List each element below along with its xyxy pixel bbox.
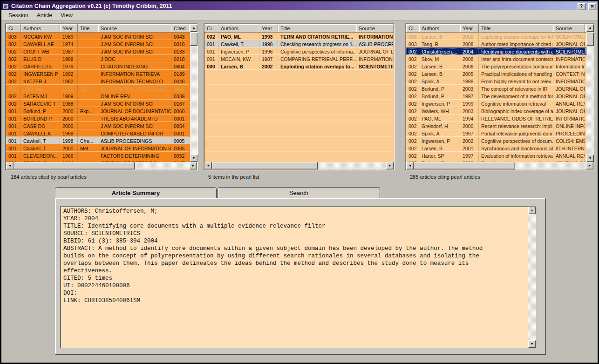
column-header-ci[interactable]: Ci... [204, 24, 218, 33]
table-row[interactable]: 002BATES MJ1989ONLINE REV0339 [6, 92, 190, 100]
column-header-authors[interactable]: Authors [419, 24, 460, 33]
table-row[interactable]: 002Ingwersen, P2002Cognitive perspective… [406, 137, 586, 144]
table-body[interactable]: 003Larsen, B2002Exploiting citation over… [406, 33, 586, 162]
scroll-up-icon[interactable]: ▲ [586, 24, 594, 32]
vertical-scrollbar[interactable]: ▲ ▼ [528, 207, 536, 348]
scroll-left-icon[interactable]: ◄ [406, 162, 414, 169]
scrollbar-track[interactable] [14, 162, 190, 169]
scroll-right-icon[interactable]: ► [190, 162, 197, 169]
table-row[interactable]: 001CASE DO2000J AM SOC INFORM SCI0054 [6, 122, 190, 129]
table-row[interactable]: 002Harter, SP1997Evaluation of informati… [406, 152, 586, 159]
close-button[interactable]: ✕ [588, 3, 596, 10]
table-row[interactable]: 002PAO, ML1993TER...INFORMATION PROCESSI… [6, 85, 190, 92]
column-header-ci[interactable]: Ci... [406, 24, 419, 33]
table-row[interactable]: 002Christoffersen,...2004Identifying cor… [406, 47, 586, 55]
article-summary-text[interactable]: AUTHORS: Christoffersen, M; YEAR: 2004 T… [61, 207, 528, 348]
table-row[interactable]: 001CLEVERDON...1966FACTORS DETERMINING00… [6, 152, 190, 159]
scrollbar-thumb[interactable] [190, 33, 197, 46]
table-row[interactable]: 001Cawkell, T1998Checking research progr… [204, 40, 394, 47]
table-row[interactable]: 001Cawkell, T2000Met...JOURNAL OF INFORM… [6, 144, 190, 152]
scroll-down-icon[interactable]: ▼ [586, 155, 594, 162]
scrollbar-thumb[interactable] [14, 162, 135, 169]
table-row[interactable]: 001Borlund, P2000Exp...JOURNAL OF DOCUME… [6, 107, 190, 115]
scrollbar-track[interactable] [586, 32, 594, 155]
table-body[interactable]: 002PAO, ML1993TERM AND CITATION RETRIE..… [204, 33, 394, 162]
cited-count-label: 184 articles cited by pearl articles [11, 174, 87, 180]
scrollbar-track[interactable] [414, 162, 586, 169]
column-header-title[interactable]: Title [479, 24, 553, 33]
title-bar[interactable]: Citation Chain Aggregation v0.21 (c) Tim… [1, 1, 598, 10]
menu-article[interactable]: Article [33, 11, 56, 20]
scrollbar-track[interactable] [212, 162, 386, 169]
table-row[interactable]: 003MCCAIN KW1989J AM SOC INFORM SCI0043 [6, 33, 190, 40]
scroll-up-icon[interactable]: ▲ [528, 207, 536, 214]
table-row[interactable]: 003Tang, R2008Author-rated importance of… [406, 40, 586, 47]
table-row[interactable]: 002Spink, A1998From highly relevant to n… [406, 77, 586, 85]
scroll-up-icon[interactable]: ▲ [190, 24, 197, 32]
scrollbar-track[interactable] [190, 32, 197, 155]
table-row[interactable]: 001MCCAIN, KW1987COMPARING RETRIEVAL PER… [204, 55, 394, 62]
table-row[interactable]: 002Skov, M2008Inter and intra-document c… [406, 55, 586, 62]
table-row[interactable]: 001BORLUND P2000THESIS ABO AKADEMI U0001 [6, 115, 190, 122]
table-row[interactable]: 001Ingwersen, P1996Cognitive perspective… [204, 47, 394, 55]
table-row[interactable]: 002CAWKELL AE1974J AM SOC INFORM SCI0018 [6, 40, 190, 47]
menu-session[interactable]: Session [4, 11, 33, 20]
table-row[interactable]: 002Borlund, P2003The concept of relevanc… [406, 85, 586, 92]
table-row[interactable]: 002Borlund, P1997The development of a me… [406, 92, 586, 100]
menu-view[interactable]: View [56, 11, 77, 20]
vertical-scrollbar[interactable]: ▲ ▼ [190, 24, 197, 162]
column-header-year[interactable]: Year [460, 24, 479, 33]
column-header-year[interactable]: Year [60, 24, 78, 33]
table-row[interactable]: 002Ingwersen, P1999Cognitive information… [406, 100, 586, 107]
table-row[interactable]: 002Larsen, B2005Practical implications o… [406, 70, 586, 77]
table-row[interactable]: 002INGWERSEN P1992INFORMATION RETRIEVA01… [6, 70, 190, 77]
column-header-authors[interactable]: Authors [218, 24, 259, 33]
column-header-source[interactable]: Source [356, 24, 394, 33]
scrollbar-thumb[interactable] [586, 33, 594, 46]
column-header-cited[interactable]: Cited [171, 24, 189, 33]
table-row[interactable]: 000Larsen, B2002Exploiting citation over… [204, 62, 394, 70]
scrollbar-thumb[interactable] [212, 162, 318, 169]
horizontal-scrollbar[interactable]: ◄ ► [6, 162, 197, 169]
scrollbar-thumb[interactable] [414, 162, 515, 169]
column-header-source[interactable]: Source [553, 24, 585, 33]
table-row[interactable]: 002GARFIELD E1979CITATION INDEXING0604 [6, 62, 190, 70]
table-body[interactable]: 003MCCAIN KW1989J AM SOC INFORM SCI00430… [6, 33, 190, 162]
scroll-left-icon[interactable]: ◄ [204, 162, 212, 169]
table-row[interactable]: 002Larsen, B2006The polyrepresentation c… [406, 62, 586, 70]
tab-search[interactable]: Search [218, 187, 380, 198]
tab-article-summary[interactable]: Article Summary [55, 187, 217, 198]
cited-articles-table: Ci...AuthorsYearTitleSourceCited 003MCCA… [5, 23, 198, 170]
column-header-source[interactable]: Source [98, 24, 171, 33]
table-row[interactable]: 002Spink, A1997Partial relevance judgmen… [406, 129, 586, 137]
scroll-down-icon[interactable]: ▼ [190, 155, 197, 162]
column-header-year[interactable]: Year [259, 24, 278, 33]
table-row[interactable]: 002ELLIS D1989J DOC0218 [6, 55, 190, 62]
scroll-left-icon[interactable]: ◄ [6, 162, 14, 169]
table-row[interactable]: 002KATZER J1982INFORMATION TECHNOLO0046 [6, 77, 190, 85]
table-row[interactable]: 002Larsen, B2001Synchronous and diachron… [406, 144, 586, 152]
help-button[interactable]: ? [578, 3, 585, 10]
table-row[interactable]: 001Cawkell, T1998Che...ASLIB PROCEEDINGS… [6, 137, 190, 144]
table-row[interactable]: 002Greisdorf, H2000Recent relevance rese… [406, 122, 586, 129]
table-row[interactable]: 002SARACEVIC T1988J AM SOC INFORM SCI016… [6, 100, 190, 107]
column-header-title[interactable]: Title [278, 24, 356, 33]
table-row[interactable]: 002Walters, WH2003Bibliographic index co… [406, 107, 586, 115]
scrollbar-track[interactable] [528, 214, 536, 340]
table-cell: Cognitive information retrieval [479, 100, 553, 107]
column-header-title[interactable]: Title [78, 24, 98, 33]
table-row[interactable]: 003Larsen, B2002Exploiting citation over… [406, 33, 586, 40]
column-header-authors[interactable]: Authors [21, 24, 60, 33]
column-header-ci[interactable]: Ci... [6, 24, 21, 33]
vertical-scrollbar[interactable]: ▲ ▼ [586, 24, 594, 162]
scroll-down-icon[interactable]: ▼ [528, 340, 536, 348]
scroll-right-icon[interactable]: ► [386, 162, 394, 169]
table-row[interactable]: 002PAO, ML1993TERM AND CITATION RETRIE..… [204, 33, 394, 40]
table-row[interactable]: 002PAO, ML1994RELEVANCE ODDS OF RETRIE..… [406, 115, 586, 122]
table-row[interactable]: 001CAWKELL A1968COMPUTER BASED INFOR0001 [6, 129, 190, 137]
horizontal-scrollbar[interactable]: ◄ ► [406, 162, 593, 169]
horizontal-scrollbar[interactable]: ◄ ► [204, 162, 394, 169]
table-row[interactable]: 002CROFT WB1987J AM SOC INFORM SCI0133 [6, 47, 190, 55]
table-cell: 2004 [460, 47, 479, 55]
scroll-right-icon[interactable]: ► [586, 162, 593, 169]
